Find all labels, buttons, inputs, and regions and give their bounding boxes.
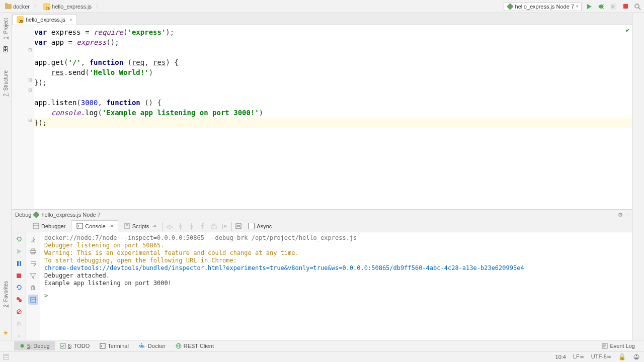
pause-button[interactable] [14,258,24,268]
event-log-icon [602,343,608,349]
console-line: Warning: This is an experimental feature… [44,249,628,257]
run-to-cursor-button[interactable] [219,221,230,232]
editor-gutter[interactable]: ⊟ ⊟ ⊟ ⊟ [12,25,34,209]
clear-button[interactable]: 🗑 [28,283,38,293]
divider [231,222,232,231]
async-checkbox-input[interactable] [248,223,255,229]
tool-tab-todo[interactable]: 6: TODO [55,341,95,350]
status-menu-icon[interactable] [3,354,9,359]
view-breakpoints-button[interactable] [14,295,24,305]
tab-scripts[interactable]: Scripts ⇥ [118,220,162,232]
scroll-to-end-button[interactable] [28,234,38,244]
debug-button[interactable] [597,2,606,11]
async-checkbox[interactable]: Async [248,223,272,229]
debug-title: hello_express.js Node 7 [41,212,100,218]
svg-rect-30 [17,274,21,278]
force-step-into-button[interactable] [186,221,197,232]
terminal-icon [100,343,106,349]
fold-mark-icon[interactable]: ⊟ [28,47,32,52]
file-tab-label: hello_express.js [26,17,65,23]
breadcrumb-file[interactable]: JS hello_express.js [40,2,95,11]
svg-rect-7 [623,4,628,9]
run-config-selector[interactable]: hello_express.js Node 7 ▾ [504,2,582,11]
js-file-icon: JS [43,3,50,10]
restore-layout-button[interactable] [14,283,24,293]
fold-mark-icon[interactable]: ⊟ [28,118,32,123]
svg-point-18 [180,228,182,229]
todo-icon [60,343,66,349]
file-tab-hello-express[interactable]: JS hello_express.js × [12,14,77,25]
bottom-tool-tabs: 5: Debug 6: TODO Terminal Docker REST Cl… [0,340,644,351]
pin-button[interactable]: » [14,331,24,341]
chevron-right-icon: 〉 [34,3,39,10]
step-into-button[interactable] [175,221,186,232]
filter-button[interactable] [28,270,38,281]
tool-tab-rest-client[interactable]: REST Client [171,341,219,350]
tab-debugger[interactable]: Debugger [27,220,71,232]
sidebar-project[interactable]: 1: Project [3,15,9,42]
resume-button[interactable] [14,246,24,256]
nodejs-icon [507,3,514,10]
nodejs-icon [33,211,40,218]
sidebar-structure[interactable]: 7: Structure [3,67,9,100]
console-output[interactable]: docker://node:7/node --inspect=0.0.0.0:5… [40,232,632,351]
browse-history-button[interactable] [28,295,38,305]
tool-tab-event-log[interactable]: Event Log [597,341,640,350]
status-caret-position[interactable]: 10:4 [555,354,566,360]
step-over-button[interactable] [164,221,175,232]
sidebar-favorites[interactable]: 2: Favorites [3,278,9,310]
console-prompt[interactable]: > [44,292,48,299]
run-button[interactable] [585,2,594,11]
console-line: chrome-devtools://devtools/bundled/inspe… [44,264,628,272]
search-everywhere-button[interactable] [633,2,642,11]
svg-rect-38 [32,249,35,250]
tool-tab-terminal[interactable]: Terminal [95,341,134,350]
tab-console[interactable]: Console ⇥ [71,220,118,232]
pin-icon[interactable]: ⇥ [152,223,156,229]
tool-tab-debug[interactable]: 5: Debug [14,341,55,350]
console-line: Debugger attached. [44,272,628,280]
evaluate-button[interactable] [233,221,244,232]
status-inspector-icon[interactable] [633,353,640,360]
svg-point-16 [169,227,171,229]
soft-wrap-button[interactable] [28,258,38,268]
pin-icon[interactable]: ⇥ [109,223,113,229]
mute-breakpoints-button[interactable] [14,307,24,317]
breadcrumb-folder[interactable]: docker [2,3,33,11]
stop-debug-button[interactable] [14,270,24,281]
fold-mark-icon[interactable]: ⊟ [28,77,32,82]
code-editor[interactable]: var express = require('express'); var ap… [34,25,632,209]
rerun-button[interactable] [14,234,24,244]
settings-button[interactable]: ⚙ [14,319,24,329]
coverage-button[interactable] [609,2,618,11]
close-icon[interactable]: × [69,17,72,23]
console-line: docker://node:7/node --inspect=0.0.0.0:5… [44,234,628,242]
svg-point-22 [202,223,204,224]
svg-rect-42 [31,297,36,302]
gear-icon[interactable]: ⚙ [618,212,623,218]
debug-title-prefix: Debug [15,212,31,218]
fold-mark-icon[interactable]: ⊟ [28,87,32,93]
star-icon[interactable]: ★ [3,329,9,336]
status-line-separator[interactable]: LF≑ [573,353,584,360]
debug-panel-header: Debug hello_express.js Node 7 ⚙ − [12,209,632,220]
tab-debugger-label: Debugger [41,223,65,229]
drop-frame-button[interactable] [208,221,219,232]
database-icon[interactable]: 🗄 [3,46,10,53]
svg-point-8 [635,4,639,8]
status-lock-icon[interactable]: 🔓 [618,353,626,360]
svg-rect-60 [634,357,638,359]
tool-tab-docker[interactable]: Docker [134,341,171,350]
svg-point-20 [191,228,193,229]
step-out-button[interactable] [197,221,208,232]
chevron-right-icon: 〉 [96,3,101,10]
svg-rect-48 [141,345,142,346]
stop-button[interactable] [621,2,630,11]
editor-area[interactable]: ⊟ ⊟ ⊟ ⊟ ✔ var express = require('express… [12,25,632,209]
print-button[interactable] [28,246,38,256]
editor-tabs: JS hello_express.js × [0,13,644,25]
minimize-icon[interactable]: − [626,212,629,218]
svg-line-5 [599,8,600,9]
svg-line-3 [599,5,600,6]
status-encoding[interactable]: UTF-8≑ [591,353,611,360]
